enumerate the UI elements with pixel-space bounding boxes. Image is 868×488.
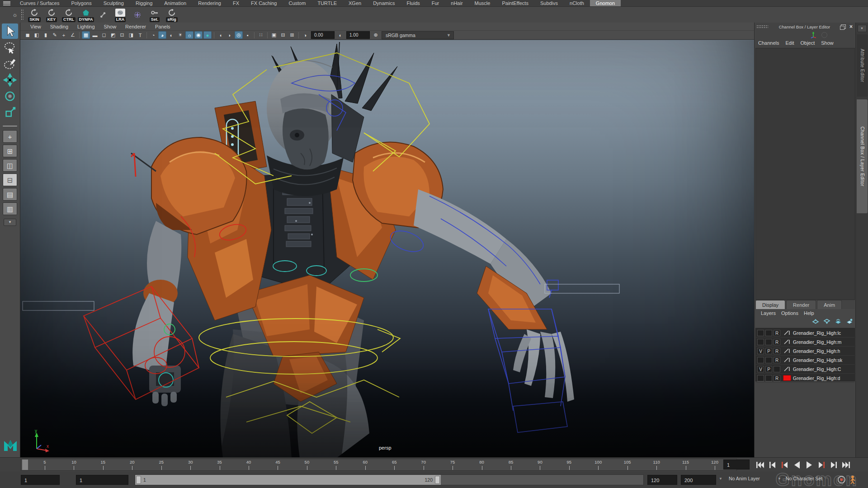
visibility-toggle[interactable] (757, 330, 764, 336)
menubar-item-ncloth[interactable]: nCloth (564, 0, 590, 6)
shelf-item-ctrl[interactable]: CTRL (61, 7, 77, 22)
contrast-icon[interactable]: ◐ (336, 31, 344, 39)
range-slider-bar[interactable]: 1 120 (135, 475, 441, 485)
step-forward-frame-button[interactable] (827, 459, 840, 470)
display-mode-toggle[interactable]: R (774, 348, 780, 354)
layer-row[interactable]: RGrenadier_Rig_High:m (756, 338, 854, 347)
rotate-tool[interactable] (2, 89, 18, 104)
step-forward-key-button[interactable] (815, 459, 827, 470)
shelf-item-joint[interactable] (95, 7, 111, 22)
range-slider-groove[interactable]: 1 120 (135, 474, 644, 485)
layer-down-icon[interactable] (823, 318, 830, 327)
chevron-down-icon[interactable]: ▼ (778, 477, 781, 481)
shelf-item-dynpa[interactable]: DYNPA (78, 7, 94, 22)
pane-single-icon[interactable]: ▣ (270, 31, 278, 39)
film-gate-icon[interactable]: ▬ (91, 31, 99, 39)
pane-two-icon[interactable]: ⊟ (279, 31, 287, 39)
layout-more-button[interactable]: ▾ (4, 219, 16, 226)
layer-row[interactable]: VPGrenadier_Rig_High:C (756, 365, 854, 374)
tab-attribute-editor[interactable]: Attribute Editor (857, 34, 868, 97)
layer-color-swatch[interactable] (783, 330, 791, 336)
viewport-3d[interactable]: persp y x (20, 40, 754, 457)
layer-color-swatch[interactable] (783, 366, 791, 372)
menubar-item-sculpting[interactable]: Sculpting (98, 0, 130, 6)
menu-icon[interactable] (3, 1, 10, 5)
scale-tool[interactable] (2, 105, 18, 120)
chevron-down-icon[interactable]: ▼ (719, 477, 722, 481)
panel-menu-view[interactable]: View (26, 24, 46, 29)
animation-end-field[interactable]: 200 (681, 475, 716, 485)
menubar-item-rendering[interactable]: Rendering (192, 0, 227, 6)
menubar-item-muscle[interactable]: Muscle (469, 0, 496, 6)
layer-color-swatch[interactable] (783, 375, 791, 381)
visibility-toggle[interactable] (757, 357, 764, 363)
safe-action-icon[interactable]: ⊡ (118, 31, 126, 39)
display-mode-toggle[interactable]: R (774, 375, 780, 381)
layer-up-icon[interactable] (812, 318, 819, 327)
graph-pane-layout[interactable]: ▤ (3, 188, 17, 201)
animation-start-field[interactable]: 1 (21, 475, 60, 485)
visibility-toggle[interactable]: V (757, 366, 764, 372)
menubar-item-subdivs[interactable]: Subdivs (534, 0, 564, 6)
menubar-item-fx[interactable]: FX (227, 0, 245, 6)
menubar-item-xgen[interactable]: XGen (343, 0, 367, 6)
go-to-end-button[interactable] (840, 459, 852, 470)
pane-outliner-layout[interactable]: ◫ (3, 159, 17, 172)
manipulator-icon[interactable]: + (60, 31, 68, 39)
step-back-key-button[interactable] (778, 459, 791, 470)
default-material-icon[interactable]: ◔ (149, 31, 157, 39)
anim-layer-dropdown[interactable]: No Anim Layer (729, 476, 760, 481)
highlight-selection-icon[interactable]: ∷ (257, 31, 265, 39)
layer-row[interactable]: VPRGrenadier_Rig_High:h (756, 347, 854, 356)
menubar-item-polygons[interactable]: Polygons (65, 0, 97, 6)
range-end-handle[interactable] (435, 476, 440, 484)
menubar-item-painteffects[interactable]: PaintEffects (496, 0, 534, 6)
pane-grid-icon[interactable]: ⊞ (288, 31, 296, 39)
ambient-occlusion-icon[interactable]: ◉ (194, 31, 203, 39)
range-start-handle[interactable] (136, 476, 141, 484)
mini-move-gizmo-icon[interactable] (810, 31, 817, 38)
new-layer-from-selected-icon[interactable] (846, 318, 853, 327)
shelf-options-icon[interactable]: ☼ (11, 11, 19, 18)
menubar-item-animation[interactable]: Animation (158, 0, 192, 6)
menubar-item-custom[interactable]: Custom (283, 0, 312, 6)
new-empty-layer-icon[interactable] (835, 318, 842, 327)
move-tool[interactable] (2, 72, 18, 88)
exposure-field[interactable]: 0.00 (311, 31, 335, 39)
exposure-icon[interactable]: ◑ (301, 31, 309, 39)
display-mode-toggle[interactable]: R (774, 339, 780, 345)
display-mode-toggle[interactable] (774, 366, 780, 372)
safe-title-icon[interactable]: ◨ (127, 31, 135, 39)
playback-end-field[interactable]: 120 (647, 475, 677, 485)
shadows-icon[interactable]: ☼ (185, 31, 193, 39)
isolate-select-icon[interactable]: ◎ (235, 31, 243, 39)
menubar-item-gnomon[interactable]: Gnomon (590, 0, 621, 6)
wireframe-on-shaded-icon[interactable]: ◐ (167, 31, 175, 39)
rotate-gizmo-icon[interactable] (821, 32, 827, 38)
gamma-field[interactable]: 1.00 (346, 31, 370, 39)
layer-row[interactable]: RGrenadier_Rig_High:lc (756, 328, 854, 338)
shelf-item-ik-target[interactable] (129, 7, 146, 22)
display-mode-toggle[interactable]: R (774, 357, 780, 363)
layer-menu-options[interactable]: Options (781, 310, 798, 316)
layer-color-swatch[interactable] (783, 348, 791, 354)
shelf-item-key[interactable]: KEY (43, 7, 60, 22)
play-forwards-button[interactable] (803, 459, 815, 470)
menubar-item-rigging[interactable]: Rigging (130, 0, 158, 6)
channel-box-menu-channels[interactable]: Channels (758, 40, 779, 46)
playback-toggle[interactable] (765, 330, 772, 336)
shelf-item-lra[interactable]: LRA (112, 7, 128, 22)
single-pane-layout[interactable]: + (3, 130, 17, 143)
visibility-toggle[interactable]: V (757, 348, 764, 354)
gate-mask-icon[interactable]: ◩ (109, 31, 117, 39)
tab-channel-box-layer-editor[interactable]: Channel Box / Layer Editor (857, 99, 868, 213)
playback-toggle[interactable] (765, 339, 772, 345)
menubar-item-fx-caching[interactable]: FX Caching (245, 0, 283, 6)
close-icon[interactable]: × (849, 24, 853, 29)
menubar-item-curves-surfaces[interactable]: Curves / Surfaces (14, 0, 65, 6)
display-mode-toggle[interactable]: R (774, 330, 780, 336)
playback-toggle[interactable] (765, 357, 772, 363)
four-pane-layout[interactable]: ⊞ (3, 145, 17, 157)
menubar-item-nhair[interactable]: nHair (445, 0, 468, 6)
playback-toggle[interactable] (765, 375, 772, 381)
